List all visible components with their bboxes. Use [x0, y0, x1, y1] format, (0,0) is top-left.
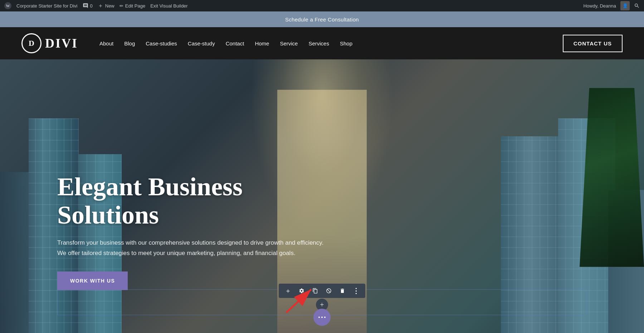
nav-case-study[interactable]: Case-study: [188, 40, 215, 46]
nav-case-studies[interactable]: Case-studies: [146, 40, 177, 46]
divi-options-button[interactable]: [313, 309, 331, 326]
red-arrow-icon: [279, 282, 322, 314]
hero-tree: [580, 88, 644, 267]
nav-services[interactable]: Services: [308, 40, 329, 46]
nav-service[interactable]: Service: [280, 40, 298, 46]
admin-exit-builder[interactable]: Exit Visual Builder: [150, 3, 188, 9]
wp-admin-bar: W Corporate Starter Site for Divi 0 ＋ Ne…: [0, 0, 644, 11]
svg-line-1: [286, 289, 311, 313]
site-logo[interactable]: D DIVI: [21, 33, 78, 53]
admin-howdy[interactable]: Howdy, Deanna: [583, 3, 616, 9]
work-with-us-button[interactable]: WORK WITH US: [57, 271, 128, 290]
announcement-bar: Schedule a Free Consultation: [0, 11, 644, 27]
hero-section: Elegant Business Solutions Transform you…: [0, 59, 644, 333]
admin-comments[interactable]: 0: [83, 3, 93, 9]
logo-text: DIVI: [45, 36, 78, 51]
site-header: D DIVI About Blog Case-studies Case-stud…: [0, 27, 644, 59]
divi-disable-icon[interactable]: [325, 287, 333, 295]
announcement-text: Schedule a Free Consultation: [285, 16, 359, 23]
nav-home[interactable]: Home: [255, 40, 269, 46]
admin-new-button[interactable]: ＋ New: [98, 2, 114, 10]
red-arrow-container: [279, 282, 322, 314]
nav-blog[interactable]: Blog: [124, 40, 135, 46]
wp-logo-icon[interactable]: W: [4, 2, 11, 9]
svg-point-4: [324, 317, 326, 318]
logo-circle-icon: D: [21, 33, 42, 53]
site-nav: About Blog Case-studies Case-study Conta…: [99, 40, 563, 46]
svg-point-2: [318, 317, 320, 318]
admin-avatar: 👤: [620, 1, 630, 10]
hero-title: Elegant Business Solutions: [57, 173, 329, 229]
divi-more-icon[interactable]: ⋮: [352, 287, 360, 295]
nav-about[interactable]: About: [99, 40, 113, 46]
hero-subtitle: Transform your business with our compreh…: [57, 238, 329, 259]
contact-us-button[interactable]: CONTACT US: [563, 35, 623, 52]
admin-edit-page[interactable]: ✏ Edit Page: [119, 3, 145, 9]
admin-search-icon[interactable]: [634, 3, 640, 9]
nav-contact[interactable]: Contact: [226, 40, 244, 46]
hero-content: Elegant Business Solutions Transform you…: [57, 173, 329, 290]
svg-point-3: [321, 317, 323, 318]
nav-shop[interactable]: Shop: [340, 40, 352, 46]
admin-site-name[interactable]: Corporate Starter Site for Divi: [16, 3, 78, 9]
divi-delete-icon[interactable]: [338, 287, 347, 295]
